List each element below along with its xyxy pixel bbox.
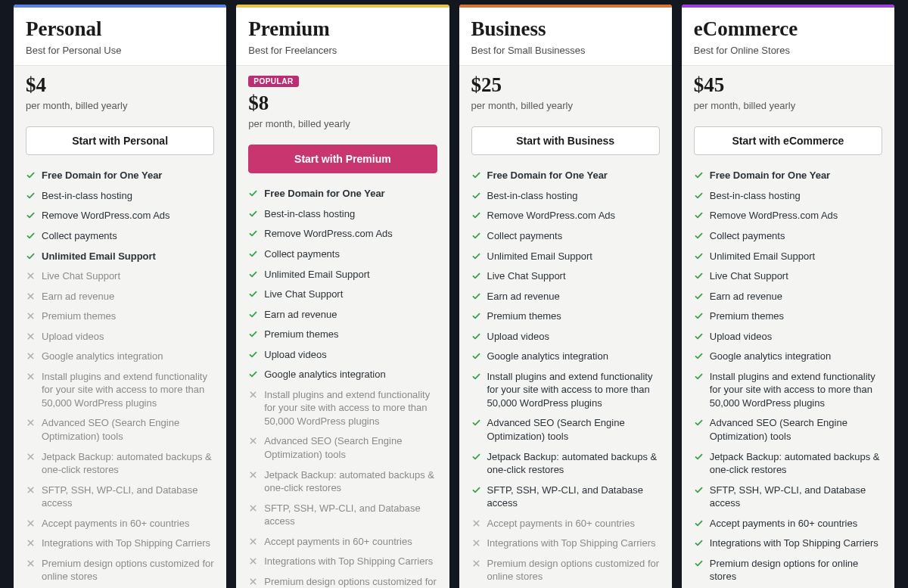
feature-label: Remove WordPress.com Ads	[710, 209, 838, 222]
check-icon	[248, 310, 258, 319]
feature-row: Integrations with Top Shipping Carriers	[694, 537, 882, 550]
check-icon	[471, 351, 481, 361]
feature-row: Free Domain for One Year	[26, 169, 214, 182]
check-icon	[248, 229, 258, 238]
feature-label: Google analytics integration	[42, 350, 163, 363]
plan-price: $45	[694, 73, 882, 97]
check-icon	[248, 329, 258, 339]
plan-header: PremiumBest for Freelancers	[236, 8, 449, 66]
check-icon	[694, 251, 704, 261]
check-icon	[694, 518, 704, 528]
check-icon	[694, 291, 704, 301]
feature-row: Advanced SEO (Search Engine Optimization…	[248, 434, 437, 461]
feature-label: Remove WordPress.com Ads	[487, 209, 616, 222]
check-icon	[26, 251, 36, 261]
feature-row: Google analytics integration	[694, 350, 882, 363]
start-button-personal[interactable]: Start with Personal	[26, 126, 214, 155]
check-icon	[471, 271, 481, 281]
feature-label: Install plugins and extend functionality…	[42, 370, 214, 410]
feature-row: Accept payments in 60+ countries	[26, 517, 214, 530]
feature-row: Remove WordPress.com Ads	[694, 209, 882, 222]
feature-label: Unlimited Email Support	[42, 250, 156, 263]
x-icon	[248, 556, 258, 566]
feature-row: Collect payments	[248, 247, 437, 261]
check-icon	[694, 485, 704, 495]
check-icon	[694, 418, 704, 428]
price-block: POPULAR$8per month, billed yearly	[236, 66, 449, 140]
start-button-business[interactable]: Start with Business	[471, 126, 660, 155]
feature-row: Integrations with Top Shipping Carriers	[26, 537, 214, 550]
check-icon	[694, 351, 704, 361]
feature-row: SFTP, SSH, WP-CLI, and Database access	[694, 484, 882, 510]
start-button-premium[interactable]: Start with Premium	[248, 145, 437, 173]
feature-row: Jetpack Backup: automated backups & one-…	[471, 450, 660, 477]
check-icon	[248, 249, 258, 259]
billing-note: per month, billed yearly	[694, 100, 882, 111]
feature-row: Earn ad revenue	[26, 290, 214, 303]
feature-label: Earn ad revenue	[710, 290, 782, 303]
feature-label: Accept payments in 60+ countries	[487, 517, 635, 530]
feature-row: Best-in-class hosting	[694, 189, 882, 203]
x-icon	[26, 418, 36, 428]
price-block: $45per month, billed yearly	[682, 66, 894, 122]
check-icon	[471, 251, 481, 261]
feature-row: SFTP, SSH, WP-CLI, and Database access	[248, 502, 437, 528]
x-icon	[26, 518, 36, 528]
feature-label: Advanced SEO (Search Engine Optimization…	[487, 416, 660, 443]
start-button-ecommerce[interactable]: Start with eCommerce	[694, 126, 882, 155]
feature-row: Install plugins and extend functionality…	[26, 370, 214, 410]
x-icon	[26, 351, 36, 361]
feature-row: Collect payments	[471, 229, 660, 243]
feature-label: Unlimited Email Support	[264, 268, 369, 282]
feature-row: Advanced SEO (Search Engine Optimization…	[26, 416, 214, 443]
check-icon	[471, 452, 481, 462]
plan-tagline: Best for Freelancers	[248, 45, 437, 56]
feature-row: Live Chat Support	[26, 269, 214, 283]
feature-row: Accept payments in 60+ countries	[694, 517, 882, 530]
feature-row: SFTP, SSH, WP-CLI, and Database access	[471, 484, 660, 510]
billing-note: per month, billed yearly	[471, 100, 660, 111]
feature-label: Premium themes	[42, 310, 116, 323]
check-icon	[694, 170, 704, 180]
check-icon	[471, 485, 481, 495]
feature-row: Free Domain for One Year	[471, 169, 660, 182]
feature-row: Accept payments in 60+ countries	[248, 535, 437, 549]
x-icon	[248, 390, 258, 400]
feature-label: Live Chat Support	[264, 288, 343, 301]
x-icon	[26, 452, 36, 462]
feature-row: Earn ad revenue	[248, 308, 437, 322]
feature-label: Collect payments	[487, 229, 563, 243]
feature-row: Upload videos	[248, 348, 437, 362]
feature-row: Collect payments	[694, 229, 882, 243]
feature-row: Jetpack Backup: automated backups & one-…	[694, 450, 882, 477]
feature-label: Remove WordPress.com Ads	[42, 209, 170, 222]
plan-card-personal: PersonalBest for Personal Use$4per month…	[14, 5, 226, 588]
feature-row: Advanced SEO (Search Engine Optimization…	[471, 416, 660, 443]
feature-label: Free Domain for One Year	[710, 169, 830, 182]
feature-row: Unlimited Email Support	[471, 250, 660, 263]
check-icon	[471, 331, 481, 341]
feature-label: Premium design options for online stores	[710, 557, 882, 583]
feature-label: Best-in-class hosting	[264, 207, 355, 221]
feature-label: Premium design options customized for on…	[264, 575, 437, 588]
feature-label: Upload videos	[487, 330, 549, 344]
feature-label: Premium design options customized for on…	[487, 557, 660, 583]
feature-label: Premium themes	[264, 328, 338, 341]
feature-row: Live Chat Support	[694, 269, 882, 283]
feature-label: Install plugins and extend functionality…	[264, 388, 437, 428]
x-icon	[26, 485, 36, 495]
check-icon	[471, 231, 481, 241]
feature-label: Free Domain for One Year	[264, 187, 384, 201]
feature-label: Jetpack Backup: automated backups & one-…	[487, 450, 660, 477]
feature-label: Earn ad revenue	[264, 308, 337, 322]
billing-note: per month, billed yearly	[26, 100, 214, 111]
feature-row: Premium themes	[694, 310, 882, 323]
feature-label: Integrations with Top Shipping Carriers	[42, 537, 210, 550]
feature-row: Unlimited Email Support	[248, 268, 437, 282]
check-icon	[694, 558, 704, 568]
x-icon	[471, 538, 481, 548]
feature-label: SFTP, SSH, WP-CLI, and Database access	[487, 484, 660, 510]
plan-card-premium: PremiumBest for FreelancersPOPULAR$8per …	[236, 5, 449, 588]
feature-row: Remove WordPress.com Ads	[248, 227, 437, 241]
feature-row: Premium themes	[471, 310, 660, 323]
